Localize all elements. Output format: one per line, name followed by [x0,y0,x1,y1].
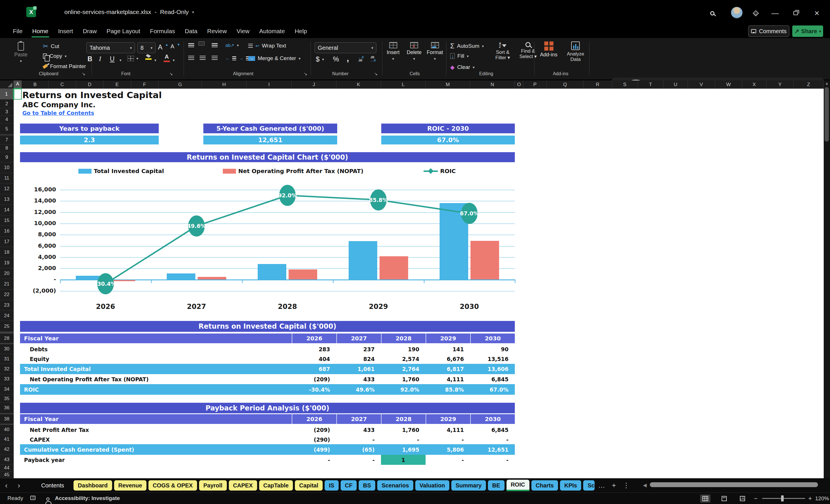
font-dialog-launcher[interactable]: ↘ [169,71,173,76]
vertical-scroll-thumb[interactable] [825,87,829,141]
align-middle-button[interactable] [198,41,204,45]
sheet-tab-revenue[interactable]: Revenue [114,480,147,491]
row-header-7[interactable]: 7 [0,135,14,145]
menu-tab-insert[interactable]: Insert [53,24,78,38]
menu-tab-help[interactable]: Help [290,24,312,38]
column-header-I[interactable]: I [247,81,292,89]
menu-tab-page-layout[interactable]: Page Layout [101,24,145,38]
sheet-tab-roic[interactable]: ROIC [507,480,530,491]
row-header-33[interactable]: 33 [0,374,14,384]
increase-decimal-button[interactable]: ←.0.00 [358,56,363,62]
column-header-U[interactable]: U [664,81,688,89]
row-header-11[interactable]: 11 [0,173,14,184]
select-all-corner[interactable] [0,81,14,89]
menu-tab-automate[interactable]: Automate [254,24,290,38]
font-color-chevron-icon[interactable]: ▾ [173,58,175,62]
scroll-up-icon[interactable]: ▲ [825,81,829,86]
row-header-2[interactable]: 2 [0,99,14,108]
clipboard-dialog-launcher[interactable]: ↘ [82,71,86,76]
align-right-button[interactable] [212,56,218,60]
column-header-P[interactable]: P [523,81,547,89]
accessibility-status[interactable]: Accessibility: Investigate [55,495,120,501]
row-header-31[interactable]: 31 [0,354,14,364]
sheet-tab-capex[interactable]: CAPEX [229,480,257,491]
number-dialog-launcher[interactable]: ↘ [374,71,378,76]
orientation-button[interactable]: ab↗▾ [225,43,239,48]
sheet-options-icon[interactable]: ⋮ [622,481,630,490]
sheet-tab-captable[interactable]: CapTable [259,480,293,491]
column-header-X[interactable]: X [742,81,767,89]
delete-cells-button[interactable]: × Delete ▾ [407,42,422,61]
row-header-36[interactable]: 36 [0,403,14,413]
row-header-44[interactable]: 44 [0,465,14,471]
underline-button[interactable]: U [110,55,115,63]
sheet-canvas[interactable]: Returns on Invested Capital ABC Company … [14,89,824,478]
sheet-tab-dashboard[interactable]: Dashboard [73,480,112,491]
sheet-tab-kpis[interactable]: KPIs [560,480,581,491]
row-header-23[interactable]: 23 [0,300,14,311]
column-header-E[interactable]: E [103,81,131,89]
column-header-Z[interactable]: Z [794,81,824,89]
bold-button[interactable]: B [88,55,92,63]
row-header-19[interactable]: 19 [0,258,14,268]
tab-nav-left-icon[interactable]: ‹ [0,481,12,490]
number-format-select[interactable]: General ▾ [315,42,376,53]
zoom-slider-thumb[interactable] [781,496,784,501]
row-header-22[interactable]: 22 [0,289,14,300]
minimize-button[interactable]: — [769,7,781,19]
column-header-J[interactable]: J [292,81,337,89]
read-only-chevron-icon[interactable]: ▾ [192,10,194,14]
new-sheet-button[interactable]: + [612,481,616,490]
column-header-K[interactable]: K [337,81,381,89]
menu-tab-view[interactable]: View [232,24,254,38]
sheet-tab-cogs-opex[interactable]: COGS & OPEX [149,480,197,491]
sheet-tab-capital[interactable]: Capital [295,480,323,491]
page-break-view-button[interactable] [737,495,747,503]
row-header-16[interactable]: 16 [0,226,14,237]
column-header-A[interactable]: A [14,81,22,89]
column-header-N[interactable]: N [470,81,515,89]
more-tabs-icon[interactable]: … [598,481,605,490]
sheet-tab-valuation[interactable]: Valuation [415,480,449,491]
row-header-28[interactable]: 28 [0,334,14,343]
menu-tab-data[interactable]: Data [180,24,202,38]
row-header-34[interactable]: 34 [0,384,14,395]
row-header-35[interactable]: 35 [0,395,14,403]
table-of-contents-link[interactable]: Go to Table of Contents [22,110,94,116]
zoom-slider[interactable] [762,498,805,499]
row-header-32[interactable]: 32 [0,364,14,374]
row-header-12[interactable]: 12 [0,184,14,194]
row-header-8[interactable]: 8 [0,145,14,152]
menu-tab-draw[interactable]: Draw [78,24,101,38]
borders-button[interactable]: ▾ [128,56,138,61]
row-header-18[interactable]: 18 [0,247,14,258]
row-header-40[interactable]: 40 [0,425,14,435]
font-color-button[interactable]: A [164,54,170,62]
column-header-H[interactable]: H [202,81,247,89]
currency-button[interactable]: $▾ [316,55,324,63]
fill-color-chevron-icon[interactable]: ▾ [154,58,156,62]
comma-style-button[interactable]: , [347,54,349,63]
tab-nav-right-icon[interactable]: › [12,481,25,490]
underline-chevron-icon[interactable]: ▾ [120,58,122,62]
sort-filter-button[interactable]: AZ Sort &Filter ▾ [496,42,510,60]
paste-button[interactable]: Paste ▾ [14,42,28,63]
row-header-25[interactable]: 25 [0,321,14,332]
row-header-20[interactable]: 20 [0,268,14,279]
row-header-41[interactable]: 41 [0,435,14,444]
fill-button[interactable]: ↓ Fill ▾ [450,53,469,59]
sheet-tab-bs[interactable]: BS [359,480,375,491]
comments-button[interactable]: Comments [748,26,789,37]
insert-cells-button[interactable]: ← Insert ▾ [387,42,400,61]
column-header-V[interactable]: V [688,81,715,89]
sheet-tab-scenarios[interactable]: Scenarios [377,480,413,491]
column-header-F[interactable]: F [131,81,158,89]
row-header-9[interactable]: 9 [0,152,14,162]
column-header-L[interactable]: L [381,81,425,89]
column-header-Q[interactable]: Q [547,81,583,89]
copy-button[interactable]: Copy ▾ [43,53,67,59]
align-left-button[interactable] [188,56,194,60]
zoom-in-button[interactable]: + [808,495,812,502]
row-header-43[interactable]: 43 [0,455,14,465]
sheet-tab-cf[interactable]: CF [341,480,357,491]
